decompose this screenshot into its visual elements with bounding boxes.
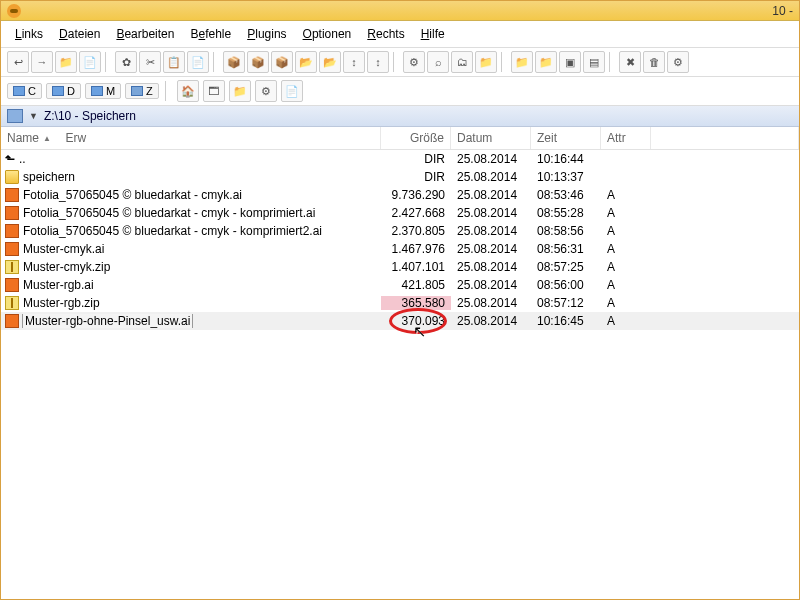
file-row[interactable]: Muster-rgb.zip365.58025.08.201408:57:12A (1, 294, 799, 312)
file-row[interactable]: Fotolia_57065045 © bluedarkat - cmyk - k… (1, 204, 799, 222)
toolbar-button-11[interactable]: 📦 (247, 51, 269, 73)
menu-bar: LLinksinks Dateien Bearbeiten Befehle Pl… (1, 21, 799, 48)
toolbar-button-28[interactable]: ✖ (619, 51, 641, 73)
file-row[interactable]: Fotolia_57065045 © bluedarkat - cmyk.ai9… (1, 186, 799, 204)
col-attr[interactable]: Attr (601, 127, 651, 149)
file-time: 08:55:28 (531, 206, 601, 220)
folder-icon (5, 170, 19, 184)
menu-rechts[interactable]: Rechts (361, 25, 410, 43)
drive-icon (91, 86, 103, 96)
file-date: 25.08.2014 (451, 170, 531, 184)
drive-z[interactable]: Z (125, 83, 159, 99)
toolbar-separator (165, 81, 171, 101)
drive-d[interactable]: D (46, 83, 81, 99)
menu-hilfe[interactable]: Hilfe (415, 25, 451, 43)
col-date[interactable]: Datum (451, 127, 531, 149)
drive-label: C (28, 85, 36, 97)
file-size: 2.427.668 (381, 206, 451, 220)
file-time: 10:16:45 (531, 314, 601, 328)
drive-c[interactable]: C (7, 83, 42, 99)
zip-icon (5, 296, 19, 310)
drivebar-button-4[interactable]: 📄 (281, 80, 303, 102)
toolbar-button-25[interactable]: ▣ (559, 51, 581, 73)
col-name[interactable]: Name▲ Erw (1, 127, 381, 149)
drive-icon (13, 86, 25, 96)
menu-dateien[interactable]: Dateien (53, 25, 106, 43)
file-name: speichern (23, 170, 75, 184)
drive-label: Z (146, 85, 153, 97)
file-attr: A (601, 296, 651, 310)
toolbar-button-21[interactable]: 📁 (475, 51, 497, 73)
main-toolbar: ↩→📁📄✿✂📋📄📦📦📦📂📂↕↕⚙⌕🗂📁📁📁▣▤✖🗑⚙ (1, 48, 799, 77)
file-attr: A (601, 242, 651, 256)
toolbar-button-3[interactable]: 📄 (79, 51, 101, 73)
toolbar-button-10[interactable]: 📦 (223, 51, 245, 73)
drive-m[interactable]: M (85, 83, 121, 99)
drivebar-button-2[interactable]: 📁 (229, 80, 251, 102)
toolbar-button-1[interactable]: → (31, 51, 53, 73)
menu-optionen[interactable]: Optionen (297, 25, 358, 43)
toolbar-button-29[interactable]: 🗑 (643, 51, 665, 73)
up-icon: ⬑ (5, 152, 15, 166)
file-attr: A (601, 314, 651, 328)
file-row[interactable]: Fotolia_57065045 © bluedarkat - cmyk - k… (1, 222, 799, 240)
parent-dir-row[interactable]: ⬑..DIR25.08.201410:16:44 (1, 150, 799, 168)
col-time[interactable]: Zeit (531, 127, 601, 149)
toolbar-button-18[interactable]: ⚙ (403, 51, 425, 73)
toolbar-button-24[interactable]: 📁 (535, 51, 557, 73)
toolbar-separator (105, 52, 111, 72)
drive-icon (52, 86, 64, 96)
toolbar-button-12[interactable]: 📦 (271, 51, 293, 73)
ai-file-icon (5, 188, 19, 202)
menu-bearbeiten[interactable]: Bearbeiten (110, 25, 180, 43)
toolbar-button-5[interactable]: ✿ (115, 51, 137, 73)
path-bar[interactable]: ▼ Z:\10 - Speichern (1, 106, 799, 127)
toolbar-button-30[interactable]: ⚙ (667, 51, 689, 73)
drivebar-button-1[interactable]: 🗔 (203, 80, 225, 102)
drivebar-button-0[interactable]: 🏠 (177, 80, 199, 102)
ai-file-icon (5, 314, 19, 328)
file-date: 25.08.2014 (451, 314, 531, 328)
file-size: 421.805 (381, 278, 451, 292)
file-attr: A (601, 278, 651, 292)
dropdown-icon[interactable]: ▼ (29, 111, 38, 121)
toolbar-separator (393, 52, 399, 72)
toolbar-button-15[interactable]: ↕ (343, 51, 365, 73)
drive-label: D (67, 85, 75, 97)
file-date: 25.08.2014 (451, 188, 531, 202)
toolbar-button-26[interactable]: ▤ (583, 51, 605, 73)
toolbar-button-7[interactable]: 📋 (163, 51, 185, 73)
file-time: 08:57:25 (531, 260, 601, 274)
ai-file-icon (5, 278, 19, 292)
file-name: Muster-rgb.ai (23, 278, 94, 292)
toolbar-button-16[interactable]: ↕ (367, 51, 389, 73)
toolbar-button-14[interactable]: 📂 (319, 51, 341, 73)
toolbar-button-0[interactable]: ↩ (7, 51, 29, 73)
column-headers: Name▲ Erw Größe Datum Zeit Attr (1, 127, 799, 150)
file-row[interactable]: Muster-rgb.ai421.80525.08.201408:56:00A (1, 276, 799, 294)
file-row[interactable]: Muster-cmyk.zip1.407.10125.08.201408:57:… (1, 258, 799, 276)
file-list[interactable]: ⬑..DIR25.08.201410:16:44speichernDIR25.0… (1, 150, 799, 580)
menu-links[interactable]: LLinksinks (9, 25, 49, 43)
file-name: Muster-rgb-ohne-Pinsel_usw.ai (23, 314, 192, 328)
toolbar-separator (609, 52, 615, 72)
toolbar-button-23[interactable]: 📁 (511, 51, 533, 73)
toolbar-button-20[interactable]: 🗂 (451, 51, 473, 73)
toolbar-button-6[interactable]: ✂ (139, 51, 161, 73)
drivebar-button-3[interactable]: ⚙ (255, 80, 277, 102)
file-date: 25.08.2014 (451, 152, 531, 166)
toolbar-button-2[interactable]: 📁 (55, 51, 77, 73)
toolbar-button-19[interactable]: ⌕ (427, 51, 449, 73)
menu-plugins[interactable]: Plugins (241, 25, 292, 43)
file-row[interactable]: Muster-cmyk.ai1.467.97625.08.201408:56:3… (1, 240, 799, 258)
file-date: 25.08.2014 (451, 224, 531, 238)
file-size: 365.580 (381, 296, 451, 310)
file-date: 25.08.2014 (451, 296, 531, 310)
col-size[interactable]: Größe (381, 127, 451, 149)
toolbar-button-13[interactable]: 📂 (295, 51, 317, 73)
file-row[interactable]: Muster-rgb-ohne-Pinsel_usw.ai370.09325.0… (1, 312, 799, 330)
toolbar-button-8[interactable]: 📄 (187, 51, 209, 73)
menu-befehle[interactable]: Befehle (184, 25, 237, 43)
file-time: 08:57:12 (531, 296, 601, 310)
folder-row[interactable]: speichernDIR25.08.201410:13:37 (1, 168, 799, 186)
